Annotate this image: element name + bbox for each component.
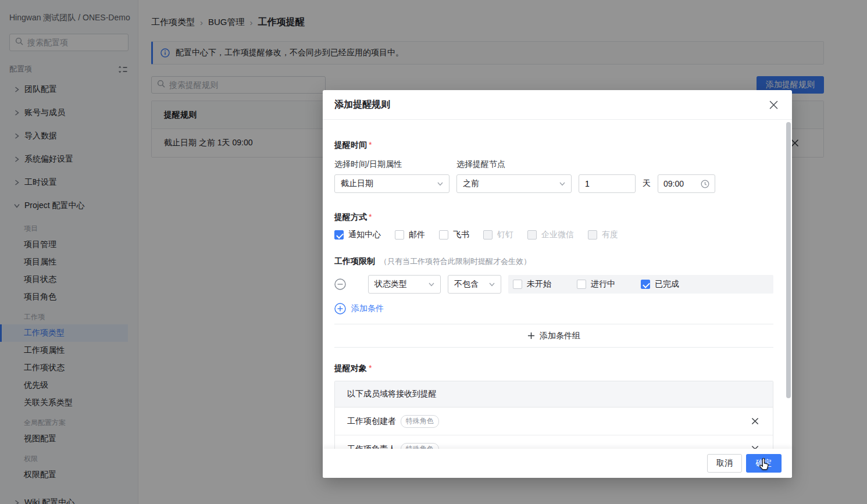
condition-operator-select[interactable]: 不包含 bbox=[448, 275, 501, 294]
member-name: 工作项负责人 bbox=[347, 444, 396, 449]
checkbox-box bbox=[527, 230, 537, 240]
condition-values-panel: 未开始 进行中 已完成 bbox=[508, 275, 773, 294]
plus-icon bbox=[527, 332, 535, 339]
field-labels: 选择时间/日期属性 选择提醒节点 bbox=[334, 159, 773, 170]
constraint-section: 工作项限制 （只有当工作项符合此限制时提醒才会生效） 状态类型 不包含 未开始 … bbox=[334, 256, 773, 348]
member-row: 工作项负责人 特殊角色 bbox=[335, 435, 773, 449]
targets-label: 提醒对象* bbox=[334, 363, 372, 373]
confirm-button[interactable]: 确定 bbox=[746, 454, 782, 473]
modal-body: 提醒时间* 选择时间/日期属性 选择提醒节点 截止日期 之前 天 09:00 bbox=[323, 120, 792, 449]
checkbox-in-progress[interactable]: 进行中 bbox=[577, 279, 615, 289]
close-icon[interactable] bbox=[769, 101, 778, 109]
add-condition-button[interactable]: 添加条件 bbox=[334, 303, 384, 314]
date-attribute-select[interactable]: 截止日期 bbox=[334, 174, 449, 193]
chevron-down-icon bbox=[437, 182, 443, 186]
modal-header: 添加提醒规则 bbox=[323, 90, 792, 120]
plus-circle-icon bbox=[334, 303, 346, 314]
checkbox-not-started[interactable]: 未开始 bbox=[513, 279, 551, 289]
checkbox-email[interactable]: 邮件 bbox=[395, 230, 425, 240]
modal-footer: 取消 确定 bbox=[323, 449, 792, 478]
required-mark: * bbox=[369, 140, 372, 149]
modal-scrollbar[interactable] bbox=[786, 120, 791, 448]
modal-title: 添加提醒规则 bbox=[334, 99, 390, 111]
clock-icon bbox=[701, 180, 709, 188]
member-name: 工作项创建者 bbox=[347, 416, 396, 427]
attr-field-label: 选择时间/日期属性 bbox=[334, 159, 456, 170]
checkbox-box bbox=[334, 230, 344, 240]
checkbox-dingtalk: 钉钉 bbox=[483, 230, 513, 240]
remind-time-section: 提醒时间* 选择时间/日期属性 选择提醒节点 截止日期 之前 天 09:00 bbox=[334, 140, 773, 193]
checkbox-completed[interactable]: 已完成 bbox=[641, 279, 679, 289]
chevron-down-icon bbox=[489, 283, 495, 287]
required-mark: * bbox=[369, 212, 372, 221]
checkbox-box bbox=[439, 230, 448, 240]
role-tag: 特殊角色 bbox=[401, 443, 439, 449]
member-row: 工作项创建者 特殊角色 bbox=[335, 408, 773, 435]
checkbox-box bbox=[577, 280, 586, 289]
remind-method-section: 提醒方式* 通知中心 邮件 飞书 钉钉 企业微信 有度 bbox=[334, 212, 773, 240]
targets-table: 以下成员域将接收到提醒 工作项创建者 特殊角色 工作项负责人 特殊角色 工作项关… bbox=[334, 381, 773, 449]
scrollbar-thumb[interactable] bbox=[786, 122, 791, 398]
constraint-label: 工作项限制 bbox=[334, 256, 375, 267]
checkbox-box bbox=[588, 230, 597, 240]
days-unit-label: 天 bbox=[643, 178, 651, 189]
checkbox-box bbox=[483, 230, 493, 240]
checkbox-youdu: 有度 bbox=[588, 230, 618, 240]
checkbox-notification-center[interactable]: 通知中心 bbox=[334, 230, 381, 240]
remove-member-icon[interactable] bbox=[751, 417, 759, 425]
condition-field-select[interactable]: 状态类型 bbox=[368, 275, 441, 294]
checkbox-wecom: 企业微信 bbox=[527, 230, 574, 240]
checkbox-box bbox=[641, 280, 650, 289]
chevron-down-icon bbox=[559, 182, 565, 186]
condition-row: 状态类型 不包含 未开始 进行中 已完成 bbox=[334, 275, 773, 294]
checkbox-box bbox=[395, 230, 404, 240]
constraint-note: （只有当工作项符合此限制时提醒才会生效） bbox=[380, 256, 531, 267]
node-field-label: 选择提醒节点 bbox=[456, 159, 505, 170]
remind-time-label: 提醒时间* bbox=[334, 140, 372, 149]
cancel-button[interactable]: 取消 bbox=[707, 454, 742, 473]
add-condition-group-button[interactable]: 添加条件组 bbox=[334, 324, 773, 348]
remind-method-label: 提醒方式* bbox=[334, 212, 372, 221]
targets-table-header: 以下成员域将接收到提醒 bbox=[335, 381, 773, 408]
remind-method-options: 通知中心 邮件 飞书 钉钉 企业微信 有度 bbox=[334, 230, 773, 240]
targets-section: 提醒对象* 以下成员域将接收到提醒 工作项创建者 特殊角色 工作项负责人 特殊角… bbox=[334, 363, 773, 449]
remind-time-fields: 截止日期 之前 天 09:00 bbox=[334, 174, 773, 193]
required-mark: * bbox=[369, 363, 372, 373]
time-picker[interactable]: 09:00 bbox=[658, 174, 715, 193]
add-rule-modal: 添加提醒规则 提醒时间* 选择时间/日期属性 选择提醒节点 截止日期 之前 天 bbox=[323, 90, 792, 478]
days-amount-input[interactable] bbox=[579, 174, 636, 193]
role-tag: 特殊角色 bbox=[401, 415, 439, 428]
checkbox-feishu[interactable]: 飞书 bbox=[439, 230, 469, 240]
chevron-down-icon bbox=[429, 283, 434, 287]
remove-condition-icon[interactable] bbox=[334, 278, 346, 290]
remind-node-select[interactable]: 之前 bbox=[456, 174, 572, 193]
checkbox-box bbox=[513, 280, 522, 289]
